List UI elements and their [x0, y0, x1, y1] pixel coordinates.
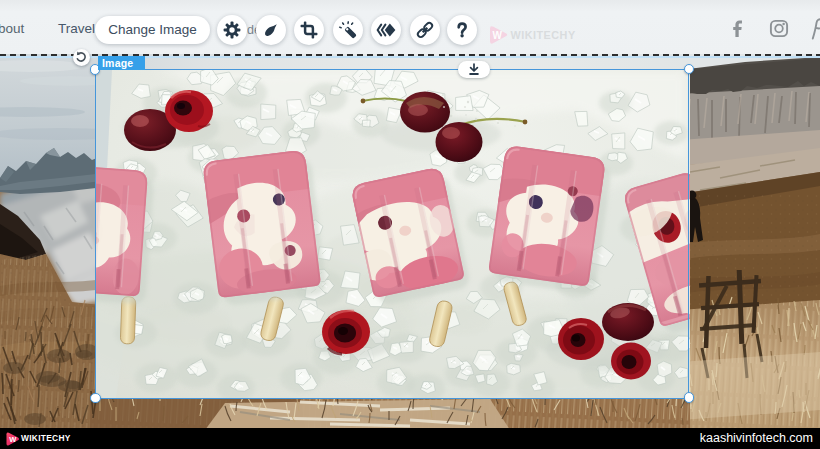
svg-text:WIKITECHY: WIKITECHY — [511, 29, 576, 41]
svg-text:W: W — [493, 30, 503, 41]
svg-text:W: W — [9, 434, 17, 443]
